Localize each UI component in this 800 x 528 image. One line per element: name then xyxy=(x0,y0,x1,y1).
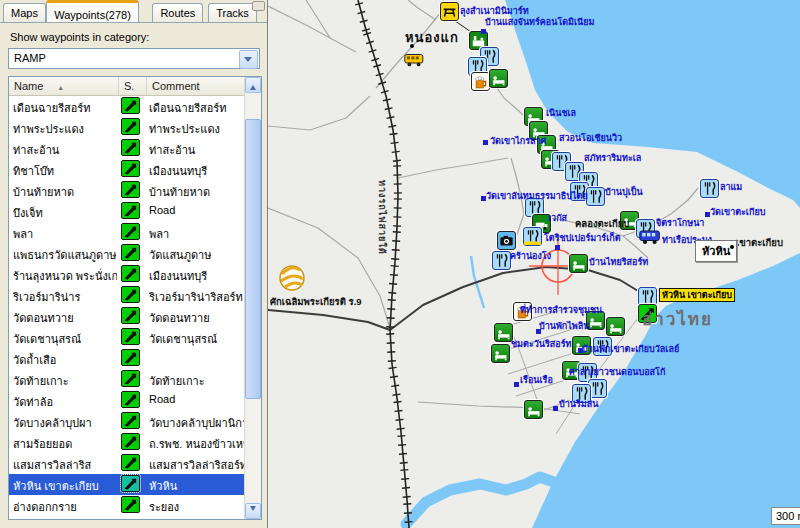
map-label: ศาลาเยาวชนดอนบอสโก้ xyxy=(569,365,665,379)
column-header-symbol[interactable]: S. xyxy=(119,77,147,95)
waypoint-name: วัดถ้ำเสือ xyxy=(13,351,117,369)
scrollbar-thumb[interactable] xyxy=(245,119,261,399)
map-label: ชมตะวันริสอร์ท xyxy=(511,337,571,351)
waypoint-marker[interactable] xyxy=(705,212,710,217)
ramp-symbol-icon xyxy=(121,181,140,198)
waypoint-comment: เมืองนนทบุรี xyxy=(149,162,244,180)
waypoint-marker[interactable] xyxy=(553,406,558,411)
ramp-symbol-icon xyxy=(121,97,140,114)
waypoint-marker[interactable] xyxy=(481,29,486,34)
ramp-symbol-icon xyxy=(121,286,140,303)
waypoint-name: บ้านท้ายหาด xyxy=(13,183,117,201)
bus-yellow-icon[interactable] xyxy=(404,53,425,67)
hotel-icon[interactable] xyxy=(524,400,543,419)
waypoint-comment: ระยอง xyxy=(149,498,244,516)
ramp-symbol-icon xyxy=(121,496,140,513)
waypoint-marker[interactable] xyxy=(483,140,488,145)
map-label: วัดเขาตะเกียบ xyxy=(710,205,765,219)
waypoint-row[interactable]: ริเวอร์มาริน่าร ริเวอร์มาริน่าริสอร์ท xyxy=(9,285,245,306)
waypoint-comment: วัดแสนภูดาษ xyxy=(149,246,244,264)
waypoint-row[interactable]: ร้านลุงหนวด พระนั่งเกล้า เมืองนนทบุรี xyxy=(9,264,245,285)
restaurant-y-icon[interactable] xyxy=(523,227,542,246)
map-label: บ้านพักเขาตะเกียบวัลเลย์ xyxy=(582,342,679,356)
picnic-icon[interactable] xyxy=(440,2,459,21)
waypoint-row[interactable]: วัดดอนทวาย วัดดอนทวาย xyxy=(9,306,245,327)
map-label: บ้านริมสน xyxy=(559,397,598,411)
waypoint-comment: Road xyxy=(149,393,244,405)
ramp-symbol-icon xyxy=(121,307,140,324)
waypoint-name: อ่างดอกกราย xyxy=(13,498,117,516)
restaurant-icon[interactable] xyxy=(492,251,511,270)
waypoint-row[interactable]: แพธนกรวัดแสนภูดาษ วัดแสนภูดาษ xyxy=(9,243,245,264)
scroll-down-button[interactable] xyxy=(245,503,261,519)
waypoint-marker[interactable] xyxy=(514,382,519,387)
map-label: บ้านปุเป็น xyxy=(605,185,643,199)
waypoints-table: Name▲ S. Comment เดือนฉายรีสอร์ท เดือนฉา… xyxy=(8,76,262,520)
tab-waypoints-278-[interactable]: Waypoints(278) xyxy=(46,0,139,22)
waypoint-marker[interactable] xyxy=(481,196,486,201)
waypoint-row[interactable]: อ่างดอกกราย ระยอง xyxy=(9,495,245,516)
hotel-icon[interactable] xyxy=(606,317,625,336)
hotel-icon[interactable] xyxy=(569,254,588,273)
poi-dot xyxy=(410,44,414,48)
map-label: เนินชเล xyxy=(546,106,576,120)
ramp-symbol-icon xyxy=(121,160,140,177)
waypoint-row[interactable]: สามร้อยยอด ถ.รพช. หนองข้าวเหนีย xyxy=(9,432,245,453)
column-header-comment[interactable]: Comment xyxy=(147,77,246,95)
tab-routes[interactable]: Routes xyxy=(152,3,203,22)
waypoint-comment: หัวหิน xyxy=(149,477,244,495)
waypoint-row[interactable]: หัวหิน เขาตะเกียบ หัวหิน xyxy=(9,474,245,495)
waypoint-name: แพธนกรวัดแสนภูดาษ xyxy=(13,246,117,264)
hotel-icon[interactable] xyxy=(491,344,510,363)
map-label: วัดเขาไกรลาศ xyxy=(490,134,546,148)
waypoint-comment: วัดบางคล้าบุปผานิการา xyxy=(149,414,244,432)
ramp-symbol-icon xyxy=(121,412,140,429)
waypoint-row[interactable]: บ้านท้ายหาด บ้านท้ายหาด xyxy=(9,180,245,201)
waypoint-row[interactable]: ทิชาโบ๊ท เมืองนนทบุรี xyxy=(9,159,245,180)
waypoint-row[interactable]: วัดบางคล้าบุปผา วัดบางคล้าบุปผานิการา xyxy=(9,411,245,432)
waypoint-marker[interactable] xyxy=(536,329,541,334)
camera-icon[interactable] xyxy=(497,231,516,250)
map-label: บ้านไทยริสอร์ท xyxy=(589,255,648,269)
waypoint-name: เดือนฉายรีสอร์ท xyxy=(13,99,117,117)
hotel-icon[interactable] xyxy=(489,69,508,88)
bus-blue-icon[interactable] xyxy=(639,229,661,245)
category-dropdown[interactable]: RAMP xyxy=(8,48,260,69)
ramp-symbol-icon xyxy=(121,370,140,387)
waypoint-comment: ถ.รพช. หนองข้าวเหนีย xyxy=(149,435,244,453)
restaurant-icon[interactable] xyxy=(586,187,605,206)
waypoint-row[interactable]: พลา พลา xyxy=(9,222,245,243)
waypoint-row[interactable]: แสมสารวิลล่าริส แสมสารวิลล่าริสอร์ท xyxy=(9,453,245,474)
tab-tracks[interactable]: Tracks xyxy=(208,3,257,22)
beer-icon[interactable] xyxy=(471,72,490,91)
map-label: สภัทราริมทะเล xyxy=(584,151,641,165)
ramp-symbol-icon xyxy=(121,475,140,492)
waypoint-row[interactable]: วัดถ้ำเสือ xyxy=(9,348,245,369)
map-base-layer xyxy=(268,0,800,528)
tab-maps[interactable]: Maps xyxy=(3,3,46,22)
waypoint-row[interactable]: วัดท้ายเกาะ วัดท้ายเกาะ xyxy=(9,369,245,390)
scroll-up-button[interactable] xyxy=(245,77,261,93)
waypoint-row[interactable]: เดือนฉายรีสอร์ท เดือนฉายรีสอร์ท xyxy=(9,96,245,117)
waypoint-row[interactable]: วัดท่าล้อ Road xyxy=(9,390,245,411)
waypoint-name: หัวหิน เขาตะเกียบ xyxy=(13,477,117,495)
ramp-symbol-icon xyxy=(121,349,140,366)
waypoint-name: บึงเจ็ท xyxy=(13,204,117,222)
waypoint-marker[interactable] xyxy=(555,245,560,250)
application-window: MapsWaypoints(278)RoutesTracks Show wayp… xyxy=(0,0,800,528)
chevron-down-icon[interactable] xyxy=(239,50,258,69)
waypoint-row[interactable]: บึงเจ็ท Road xyxy=(9,201,245,222)
vertical-scrollbar[interactable] xyxy=(244,77,261,519)
waypoint-comment: พลา xyxy=(149,225,244,243)
panel-corner-button[interactable] xyxy=(252,1,265,11)
map-canvas[interactable]: ลุงสำเนามินิมาร์ทบ้านแสงจันทร์คอนโดมิเนี… xyxy=(268,0,800,528)
waypoint-marker[interactable] xyxy=(578,348,583,353)
ramp-symbol-icon xyxy=(121,202,140,219)
waypoint-row[interactable]: ท่าสะอ้าน ท่าสะอ้าน xyxy=(9,138,245,159)
tab-bar: MapsWaypoints(278)RoutesTracks xyxy=(0,0,267,23)
column-header-name[interactable]: Name▲ xyxy=(9,77,119,95)
restaurant-icon[interactable] xyxy=(700,179,719,198)
highlighted-waypoint-label[interactable]: หัวหิน เขาตะเกียบ xyxy=(659,288,735,302)
waypoint-row[interactable]: ท่าพระประแดง ท่าพระประแดง xyxy=(9,117,245,138)
waypoint-row[interactable]: วัดเดชานุสรณ์ วัดเดชานุสรณ์ xyxy=(9,327,245,348)
